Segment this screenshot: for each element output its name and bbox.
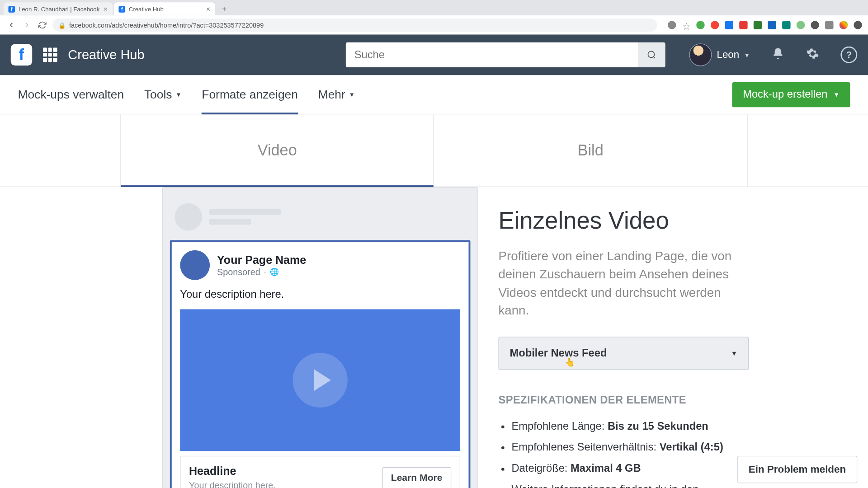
avatar-icon[interactable] (854, 21, 862, 29)
search-button[interactable] (638, 42, 665, 67)
tab-label: Bild (578, 141, 604, 160)
nav-label: Formate anzeigen (202, 88, 298, 101)
forward-button[interactable] (21, 20, 32, 31)
ad-description: Your description here. (180, 288, 460, 301)
spec-label: Dateigröße: (511, 462, 571, 474)
search-input[interactable] (346, 42, 638, 67)
ext-icon[interactable] (711, 21, 719, 29)
tab-title: Creative Hub (129, 6, 164, 13)
video-placeholder[interactable] (180, 309, 460, 451)
close-icon[interactable]: ✕ (103, 6, 108, 13)
user-name: Leon (717, 49, 739, 61)
page-title: Einzelnes Video (498, 207, 749, 234)
skeleton-lines (209, 209, 281, 225)
ad-header: Your Page Name Sponsored · 🌐 (180, 250, 460, 280)
nav-formats[interactable]: Formate anzeigen (202, 75, 298, 114)
ext-icon[interactable] (754, 21, 762, 29)
cta-button[interactable]: Learn More (382, 467, 451, 488)
new-tab-button[interactable]: + (219, 4, 230, 14)
back-button[interactable] (6, 20, 17, 31)
tab-title: Leon R. Chaudhari | Facebook (19, 6, 99, 13)
close-icon[interactable]: ✕ (206, 6, 211, 13)
facebook-logo[interactable]: f (11, 44, 32, 66)
page-description: Profitiere von einer Landing Page, die v… (498, 247, 749, 320)
url-field[interactable]: 🔒 facebook.com/ads/creativehub/home/intr… (52, 19, 657, 32)
globe-icon: 🌐 (270, 267, 279, 276)
placement-dropdown[interactable]: Mobiler News Feed ▼ 👆 (498, 337, 749, 370)
spec-label: Empfohlenes Seitenverhältnis: (511, 441, 659, 453)
ext-icon[interactable] (840, 21, 848, 29)
cursor-icon: 👆 (565, 357, 575, 367)
tab-strip: f Leon R. Chaudhari | Facebook ✕ f Creat… (0, 0, 868, 15)
search-icon (647, 50, 656, 60)
browser-tab-2[interactable]: f Creative Hub ✕ (114, 2, 215, 15)
dropdown-label: Mobiler News Feed (509, 347, 607, 360)
tab-label: Video (258, 141, 297, 160)
page-avatar (180, 250, 210, 280)
nav-label: Tools (144, 88, 172, 101)
spec-item: Weitere Informationen findest du in den … (511, 480, 749, 488)
button-label: Mock-up erstellen (743, 88, 827, 101)
browser-tab-1[interactable]: f Leon R. Chaudhari | Facebook ✕ (4, 2, 113, 15)
spec-value: Maximal 4 GB (571, 462, 641, 474)
browser-chrome: f Leon R. Chaudhari | Facebook ✕ f Creat… (0, 0, 868, 34)
spec-list: Empfohlene Länge: Bis zu 15 Sekunden Emp… (498, 417, 749, 488)
notifications-icon[interactable] (771, 47, 784, 62)
url-text: facebook.com/ads/creativehub/home/intro/… (69, 21, 264, 28)
settings-icon[interactable] (806, 47, 819, 62)
help-icon[interactable]: ? (840, 47, 857, 63)
report-problem-button[interactable]: Ein Problem melden (737, 456, 858, 483)
mobile-preview-frame: Your Page Name Sponsored · 🌐 Your descri… (162, 187, 478, 488)
user-menu[interactable]: Leon ▼ (689, 43, 750, 66)
chevron-down-icon: ▼ (834, 91, 840, 98)
spec-heading: SPEZIFIKATIONEN DER ELEMENTE (498, 394, 749, 406)
page-name: Your Page Name (217, 253, 306, 267)
ext-icon[interactable] (725, 21, 733, 29)
ext-icon[interactable] (739, 21, 747, 29)
tab-video[interactable]: Video (120, 114, 434, 187)
skeleton-line (209, 219, 251, 225)
spec-label: Weitere Informationen findest du in den (511, 483, 698, 488)
spec-item: Empfohlenes Seitenverhältnis: Vertikal (… (511, 438, 749, 457)
search-container (346, 42, 665, 67)
reload-button[interactable] (37, 20, 48, 31)
ad-preview-card: Your Page Name Sponsored · 🌐 Your descri… (170, 240, 471, 488)
chevron-down-icon: ▼ (349, 91, 355, 98)
ext-icon[interactable] (696, 21, 704, 29)
skeleton-avatar (175, 203, 202, 231)
preview-column: Your Page Name Sponsored · 🌐 Your descri… (0, 187, 498, 488)
apps-grid-icon[interactable] (43, 47, 57, 62)
nav-label: Mehr (318, 88, 345, 101)
chevron-down-icon: ▼ (731, 350, 737, 357)
ext-icon[interactable] (811, 21, 819, 29)
spec-label: Empfohlene Länge: (511, 420, 607, 432)
create-mockup-button[interactable]: Mock-up erstellen▼ (732, 82, 850, 107)
star-icon[interactable]: ☆ (682, 21, 690, 29)
skeleton-post (170, 194, 471, 240)
ext-icon[interactable] (797, 21, 805, 29)
nav-manage-mockups[interactable]: Mock-ups verwalten (18, 75, 124, 114)
hub-title: Creative Hub (68, 47, 144, 62)
tab-image[interactable]: Bild (434, 114, 748, 187)
avatar (689, 43, 712, 66)
extension-icons: ☆ (668, 21, 862, 29)
nav-more[interactable]: Mehr▼ (318, 75, 355, 114)
sponsored-label: Sponsored · 🌐 (217, 267, 306, 277)
ext-icon[interactable] (825, 21, 833, 29)
ext-icon[interactable] (782, 21, 790, 29)
spec-item: Empfohlene Länge: Bis zu 15 Sekunden (511, 417, 749, 436)
dot-separator: · (264, 267, 267, 277)
nav-tools[interactable]: Tools▼ (144, 75, 182, 114)
ext-icon[interactable] (768, 21, 776, 29)
nav-label: Mock-ups verwalten (18, 88, 124, 101)
address-bar: 🔒 facebook.com/ads/creativehub/home/intr… (0, 15, 868, 34)
chevron-down-icon: ▼ (744, 52, 750, 58)
spec-item: Dateigröße: Maximal 4 GB (511, 459, 749, 478)
ext-icon[interactable] (668, 21, 676, 29)
facebook-nav: f Creative Hub Leon ▼ ? (0, 34, 868, 75)
svg-line-1 (654, 57, 656, 59)
cta-subline: Your description here. (189, 480, 276, 488)
facebook-favicon: f (118, 6, 125, 13)
skeleton-line (209, 209, 281, 215)
spec-value: Vertikal (4:5) (660, 441, 723, 453)
